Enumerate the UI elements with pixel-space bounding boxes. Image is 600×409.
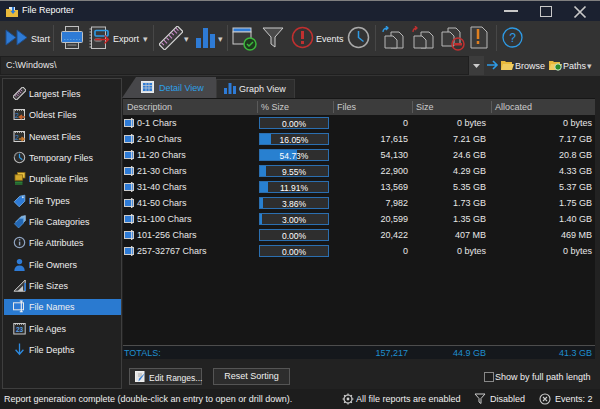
svg-text:23: 23 — [16, 326, 24, 333]
svg-text:?: ? — [509, 31, 516, 45]
svg-text:2: 2 — [15, 133, 19, 140]
svg-text:2: 2 — [15, 112, 19, 119]
